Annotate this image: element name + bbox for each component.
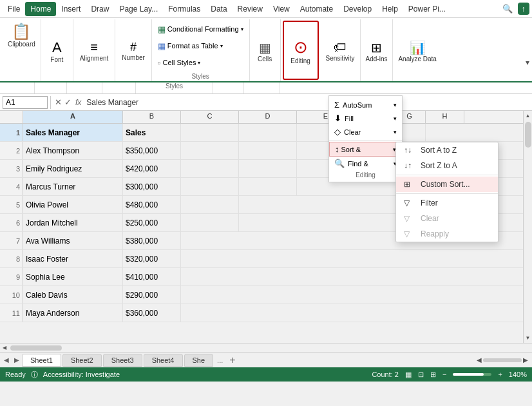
find-select-btn[interactable]: 🔍 Find & ▾ xyxy=(329,157,402,170)
menu-draw[interactable]: Draw xyxy=(86,2,114,16)
custom-sort-item[interactable]: ⊞ Custom Sort... xyxy=(396,177,498,192)
cell-b8[interactable]: $320,000 xyxy=(123,250,181,267)
sensitivity-btn[interactable]: 🏷 Sensitivity xyxy=(323,21,357,81)
cell-a4[interactable]: Marcus Turner xyxy=(23,178,123,195)
menu-powerpivot[interactable]: Power Pi... xyxy=(403,2,451,16)
filter-item[interactable]: ▽ Filter xyxy=(396,195,498,211)
cell-b11[interactable]: $360,000 xyxy=(123,304,181,322)
cell-a7[interactable]: Ava Williams xyxy=(23,232,123,249)
conditional-formatting-btn[interactable]: ▦ Conditional Formatting ▾ xyxy=(156,21,245,37)
col-header-h[interactable]: H xyxy=(426,111,464,123)
horizontal-scrollbar[interactable]: ◀ xyxy=(0,343,532,352)
sort-a-z-item[interactable]: ↑↓ Sort A to Z xyxy=(396,142,498,158)
alignment-btn[interactable]: ≡ Alignment xyxy=(77,21,111,81)
cell-b5[interactable]: $480,000 xyxy=(123,196,181,213)
col-header-c[interactable]: C xyxy=(181,111,239,123)
font-btn[interactable]: A Font xyxy=(46,21,67,81)
cell-c3[interactable] xyxy=(181,160,239,177)
vertical-scrollbar[interactable]: ▲ ▼ xyxy=(523,111,532,343)
tab-h-scroll[interactable]: ◀ ▶ xyxy=(477,356,528,363)
cell-d2[interactable] xyxy=(239,142,297,159)
fx-icon[interactable]: fx xyxy=(73,97,84,108)
sort-filter-btn[interactable]: ↕ Sort & ▾ xyxy=(329,142,402,157)
view-page-break-icon[interactable]: ⊞ xyxy=(430,371,436,379)
menu-review[interactable]: Review xyxy=(233,2,268,16)
cell-d1[interactable] xyxy=(239,124,297,141)
number-btn[interactable]: # Number xyxy=(119,21,147,81)
view-layout-icon[interactable]: ⊡ xyxy=(418,371,424,379)
sheet-tab-sheet2[interactable]: Sheet2 xyxy=(62,354,102,367)
share-icon[interactable]: ↑ xyxy=(518,3,530,15)
sheet-more-btn[interactable]: ... xyxy=(214,356,225,364)
sheet-tab-sheet3[interactable]: Sheet3 xyxy=(103,354,142,367)
cell-a3[interactable]: Emily Rodriguez xyxy=(23,160,123,177)
cell-c5[interactable] xyxy=(181,196,239,213)
menu-file[interactable]: File xyxy=(3,2,25,16)
cell-a5[interactable]: Olivia Powel xyxy=(23,196,123,213)
cell-b4[interactable]: $300,000 xyxy=(123,178,181,195)
fill-btn[interactable]: ⬇ Fill ▾ xyxy=(329,111,402,125)
clipboard-btn[interactable]: 📋 Clipboard xyxy=(5,21,38,50)
cell-b9[interactable]: $410,000 xyxy=(123,268,181,285)
clear-btn[interactable]: ◇ Clear ▾ xyxy=(329,125,402,139)
cell-c2[interactable] xyxy=(181,142,239,159)
cell-c1[interactable] xyxy=(181,124,239,141)
col-header-a[interactable]: A xyxy=(23,111,123,123)
cell-d3[interactable] xyxy=(239,160,297,177)
menu-develop[interactable]: Develop xyxy=(338,2,377,16)
cell-a8[interactable]: Isaac Foster xyxy=(23,250,123,267)
cell-a9[interactable]: Sophia Lee xyxy=(23,268,123,285)
reapply-item[interactable]: ▽ Reapply xyxy=(396,226,498,242)
menu-data[interactable]: Data xyxy=(205,2,232,16)
menu-home[interactable]: Home xyxy=(25,2,56,16)
h-scroll-thumb[interactable] xyxy=(10,345,62,351)
cell-ref-box[interactable]: A1 xyxy=(3,96,48,109)
menu-automate[interactable]: Automate xyxy=(295,2,338,16)
cell-styles-btn[interactable]: ▫ Cell Styles ▾ xyxy=(156,54,245,71)
cell-c6[interactable] xyxy=(181,214,239,231)
cell-b3[interactable]: $420,000 xyxy=(123,160,181,177)
cell-b1[interactable]: Sales xyxy=(123,124,181,141)
cell-a6[interactable]: Jordan Mitchell xyxy=(23,214,123,231)
scroll-up-btn[interactable]: ▲ xyxy=(524,111,532,121)
cell-b6[interactable]: $250,000 xyxy=(123,214,181,231)
col-header-d[interactable]: D xyxy=(239,111,297,123)
cell-b7[interactable]: $380,000 xyxy=(123,232,181,249)
cell-a10[interactable]: Caleb Davis xyxy=(23,286,123,304)
cancel-icon[interactable]: ✕ xyxy=(53,96,63,108)
menu-pagelayout[interactable]: Page Lay... xyxy=(114,2,163,16)
cell-a11[interactable]: Maya Anderson xyxy=(23,304,123,322)
sheet-tab-she[interactable]: She xyxy=(184,354,214,367)
sort-z-a-item[interactable]: ↓↑ Sort Z to A xyxy=(396,158,498,173)
confirm-icon[interactable]: ✓ xyxy=(63,96,73,108)
menu-view[interactable]: View xyxy=(268,2,295,16)
scroll-down-btn[interactable]: ▼ xyxy=(524,333,532,343)
ribbon-overflow-btn[interactable]: ▾ xyxy=(526,58,529,67)
menu-insert[interactable]: Insert xyxy=(56,2,86,16)
search-icon[interactable]: 🔍 xyxy=(497,1,518,16)
autosum-btn[interactable]: Σ AutoSum ▾ xyxy=(329,98,402,111)
zoom-in-btn[interactable]: + xyxy=(498,371,502,378)
sheet-nav-next[interactable]: ▶ xyxy=(12,355,22,365)
sheet-nav-prev[interactable]: ◀ xyxy=(1,355,12,365)
cell-a1[interactable]: Sales Manager xyxy=(23,124,123,141)
view-normal-icon[interactable]: ▦ xyxy=(405,371,412,379)
scroll-thumb[interactable] xyxy=(525,122,531,148)
zoom-slider[interactable] xyxy=(453,373,491,376)
sheet-add-btn[interactable]: + xyxy=(225,354,239,366)
col-header-b[interactable]: B xyxy=(123,111,181,123)
clear-item[interactable]: ▽ Clear xyxy=(396,211,498,226)
cells-btn[interactable]: ▦ Cells xyxy=(255,21,274,81)
format-table-btn[interactable]: ▦ Format as Table ▾ xyxy=(156,37,245,54)
cell-a2[interactable]: Alex Thompson xyxy=(23,142,123,159)
cell-b2[interactable]: $350,000 xyxy=(123,142,181,159)
formula-input[interactable]: Sales Manager xyxy=(84,96,529,109)
cell-b10[interactable]: $290,000 xyxy=(123,286,181,304)
cell-c4[interactable] xyxy=(181,178,239,195)
addins-btn[interactable]: ⊞ Add-ins xyxy=(363,21,390,81)
menu-formulas[interactable]: Formulas xyxy=(163,2,205,16)
h-scroll-left-btn[interactable]: ◀ xyxy=(1,343,8,352)
analyze-btn[interactable]: 📊 Analyze Data xyxy=(395,21,439,81)
cell-d4[interactable] xyxy=(239,178,297,195)
sheet-tab-sheet4[interactable]: Sheet4 xyxy=(144,354,183,367)
